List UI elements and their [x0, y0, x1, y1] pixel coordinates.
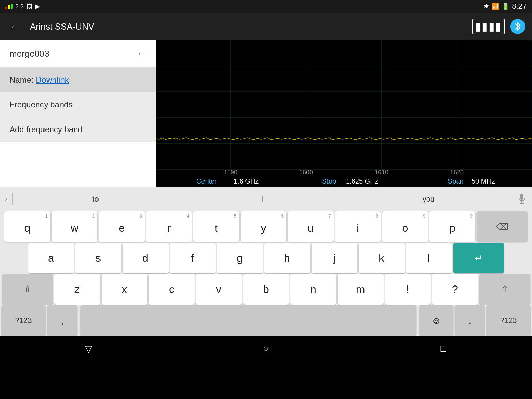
key-t[interactable]: 5t [193, 211, 239, 242]
app-back-button[interactable]: ← [7, 18, 23, 35]
keyboard: 1q 2w 3e 4r 5t 6y 7u 8i 9o 0p ⌫ a s d f … [0, 211, 532, 336]
signal-bars-icon [5, 4, 13, 9]
key-question[interactable]: ? [432, 274, 478, 305]
panel-header: merge003 ← [0, 40, 156, 68]
comma-key[interactable]: , [47, 305, 77, 336]
battery-status-icon: 🔋 [502, 3, 509, 10]
key-m[interactable]: m [338, 274, 384, 305]
app-title: Arinst SSA-UNV [30, 21, 465, 32]
svg-text:1620: 1620 [450, 169, 464, 176]
spectrum-chart: 1590 1600 1610 1620 Center 1.6 GHz Stop … [156, 40, 532, 187]
nav-home-button[interactable]: ○ [252, 339, 280, 359]
svg-text:Span: Span [448, 177, 464, 185]
key-k[interactable]: k [359, 243, 405, 273]
shift-left-button[interactable]: ⇧ [2, 274, 53, 305]
play-icon: ▶ [35, 3, 40, 10]
key-d[interactable]: d [123, 243, 169, 273]
key-h[interactable]: h [264, 243, 310, 273]
key-v[interactable]: v [196, 274, 242, 305]
symbols-right-button[interactable]: ?123 [486, 305, 531, 336]
svg-text:Stop: Stop [322, 177, 336, 185]
nav-recents-button[interactable]: □ [430, 339, 457, 359]
key-g[interactable]: g [217, 243, 263, 273]
key-u[interactable]: 7u [288, 211, 334, 242]
svg-text:1.625 GHz: 1.625 GHz [346, 177, 378, 185]
sim-icon: 📶 [492, 3, 499, 10]
add-frequency-band-menu-item[interactable]: Add frequency band [0, 117, 156, 142]
suggestion-you[interactable]: you [345, 187, 512, 211]
key-r[interactable]: 4r [146, 211, 192, 242]
nav-bar: ▽ ○ □ [0, 336, 532, 361]
panel-back-button[interactable]: ← [137, 48, 146, 59]
key-j[interactable]: j [312, 243, 357, 273]
add-frequency-band-label: Add frequency band [10, 125, 83, 134]
keyboard-row-2: a s d f g h j k l ↵ [1, 243, 531, 273]
svg-text:1600: 1600 [299, 169, 313, 176]
key-i[interactable]: 8i [335, 211, 381, 242]
mic-button[interactable] [512, 187, 532, 211]
svg-text:Center: Center [196, 177, 217, 185]
status-bar-left: 2.2 🖼 ▶ [5, 3, 40, 10]
name-value: Downlink [36, 75, 69, 84]
key-o[interactable]: 9o [382, 211, 428, 242]
bluetooth-status-icon: ✱ [484, 3, 489, 10]
main-content: merge003 ← Name: Downlink Frequency band… [0, 40, 532, 187]
key-e[interactable]: 3e [99, 211, 145, 242]
app-bar: ← Arinst SSA-UNV ▮▮▮▮ [0, 13, 532, 40]
key-x[interactable]: x [102, 274, 147, 305]
key-l[interactable]: l [406, 243, 452, 273]
nav-back-button[interactable]: ▽ [75, 339, 102, 359]
keyboard-row-1: 1q 2w 3e 4r 5t 6y 7u 8i 9o 0p ⌫ [1, 211, 531, 242]
keyboard-row-4: ?123 , ☺ . ?123 [1, 305, 531, 336]
version-text: 2.2 [15, 3, 24, 10]
key-s[interactable]: s [75, 243, 121, 273]
svg-text:1.6 GHz: 1.6 GHz [234, 177, 259, 185]
svg-text:1610: 1610 [375, 169, 388, 176]
suggestions-expand-button[interactable]: › [0, 187, 12, 211]
key-f[interactable]: f [170, 243, 216, 273]
key-b[interactable]: b [243, 274, 289, 305]
key-p[interactable]: 0p [429, 211, 475, 242]
period-key[interactable]: . [455, 305, 485, 336]
key-a[interactable]: a [28, 243, 74, 273]
status-bar: 2.2 🖼 ▶ ✱ 📶 🔋 8:27 [0, 0, 532, 13]
panel-title: merge003 [10, 49, 49, 59]
keyboard-area: › to l you 1q 2w 3e 4r 5t [0, 187, 532, 336]
app-bar-actions: ▮▮▮▮ [472, 19, 525, 34]
status-bar-right: ✱ 📶 🔋 8:27 [484, 2, 527, 11]
time-display: 8:27 [512, 2, 527, 11]
name-menu-item[interactable]: Name: Downlink [0, 68, 156, 92]
frequency-bands-menu-item[interactable]: Frequency bands [0, 92, 156, 117]
suggestions-bar: › to l you [0, 187, 532, 211]
frequency-bands-label: Frequency bands [10, 100, 72, 109]
spectrum-panel: 1590 1600 1610 1620 Center 1.6 GHz Stop … [156, 40, 532, 187]
battery-icon: ▮▮▮▮ [472, 19, 505, 34]
emoji-button[interactable]: ☺ [419, 305, 453, 336]
shift-right-button[interactable]: ⇧ [479, 274, 530, 305]
key-y[interactable]: 6y [241, 211, 286, 242]
svg-text:50 MHz: 50 MHz [472, 177, 495, 185]
enter-button[interactable]: ↵ [453, 243, 504, 273]
svg-rect-23 [520, 194, 523, 200]
key-n[interactable]: n [290, 274, 336, 305]
keyboard-row-3: ⇧ z x c v b n m ! ? ⇧ [1, 274, 531, 305]
bluetooth-button[interactable] [510, 19, 525, 34]
suggestion-to[interactable]: to [13, 187, 179, 211]
left-panel: merge003 ← Name: Downlink Frequency band… [0, 40, 156, 187]
photo-icon: 🖼 [26, 3, 33, 10]
svg-text:1590: 1590 [224, 169, 237, 176]
backspace-button[interactable]: ⌫ [477, 211, 528, 242]
key-c[interactable]: c [149, 274, 195, 305]
symbols-left-button[interactable]: ?123 [1, 305, 46, 336]
key-q[interactable]: 1q [4, 211, 50, 242]
key-exclamation[interactable]: ! [385, 274, 431, 305]
suggestion-l[interactable]: l [179, 187, 345, 211]
space-key[interactable] [80, 305, 416, 336]
svg-rect-0 [156, 40, 532, 187]
key-w[interactable]: 2w [52, 211, 97, 242]
name-label: Name: [10, 75, 34, 84]
key-z[interactable]: z [54, 274, 100, 305]
